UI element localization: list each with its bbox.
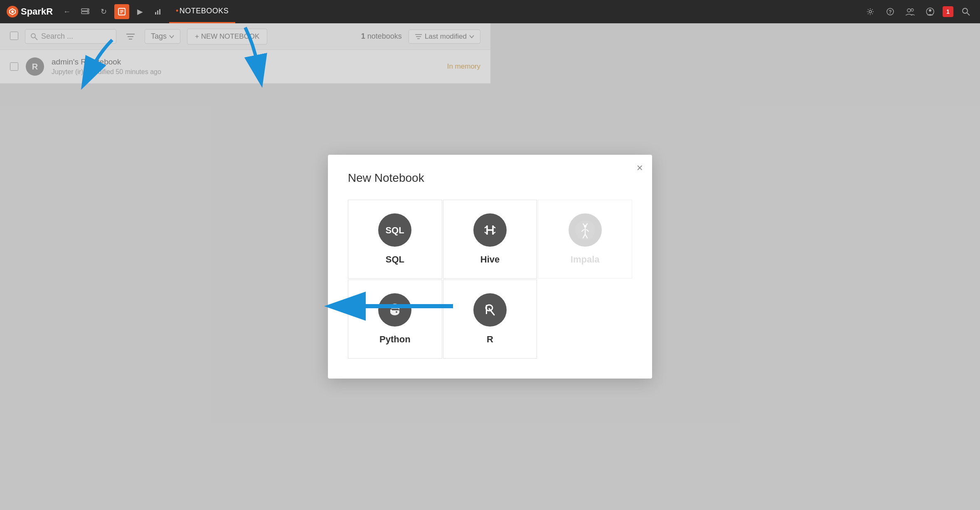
svg-point-17	[911, 9, 914, 11]
brand-icon	[7, 6, 18, 17]
top-nav: SparkR ← ↻ ▶ • NOTEBOOKS ? 1	[0, 0, 980, 23]
svg-line-21	[967, 13, 970, 15]
brand-name: SparkR	[21, 6, 53, 17]
modal-overlay: New Notebook × SQL SQL	[0, 23, 980, 510]
svg-point-5	[87, 12, 88, 13]
svg-point-19	[929, 9, 931, 12]
tab-dot: •	[176, 7, 179, 15]
modal-close-button[interactable]: ×	[637, 162, 643, 173]
python-label: Python	[379, 334, 411, 345]
nav-storage-btn[interactable]	[78, 4, 93, 19]
global-search-icon[interactable]	[958, 4, 973, 19]
nav-chart-btn[interactable]	[151, 4, 166, 19]
nav-right: ? 1	[863, 4, 973, 19]
close-icon: ×	[637, 161, 643, 174]
r-label: R	[487, 334, 493, 345]
hive-type-icon	[473, 213, 507, 247]
modal-title: New Notebook	[348, 171, 632, 185]
notification-count: 1	[946, 8, 950, 15]
notebook-type-r[interactable]: R	[443, 280, 537, 359]
main-area: Tags + NEW NOTEBOOK 1 notebooks Last mod…	[0, 23, 980, 510]
svg-rect-12	[159, 9, 160, 15]
team-icon[interactable]	[903, 4, 918, 19]
svg-text:?: ?	[889, 9, 891, 15]
svg-rect-10	[155, 12, 156, 15]
svg-point-13	[869, 10, 872, 13]
notebook-type-python[interactable]: Python	[348, 280, 442, 359]
impala-type-icon	[569, 213, 602, 247]
r-type-icon	[473, 293, 507, 327]
notebook-type-sql[interactable]: SQL SQL	[348, 200, 442, 279]
impala-label: Impala	[571, 254, 600, 265]
svg-point-16	[907, 9, 911, 12]
settings-icon[interactable]	[863, 4, 878, 19]
svg-rect-41	[486, 305, 487, 314]
notebook-types-grid: SQL SQL	[348, 200, 632, 359]
svg-point-35	[584, 225, 586, 228]
nav-play-btn[interactable]: ▶	[133, 4, 148, 19]
nav-back-btn[interactable]: ←	[59, 4, 74, 19]
nav-refresh-btn[interactable]: ↻	[96, 4, 111, 19]
help-icon[interactable]: ?	[883, 4, 898, 19]
user-avatar[interactable]	[923, 4, 938, 19]
app-brand: SparkR	[7, 6, 53, 17]
notebook-type-hive[interactable]: Hive	[443, 200, 537, 279]
svg-point-4	[87, 9, 88, 10]
hive-label: Hive	[480, 254, 500, 265]
nav-tab-notebooks[interactable]: • NOTEBOOKS	[169, 0, 235, 23]
svg-text:SQL: SQL	[386, 225, 404, 235]
svg-point-38	[396, 311, 397, 313]
notebook-type-impala: Impala	[538, 200, 632, 279]
notification-badge[interactable]: 1	[943, 6, 953, 17]
svg-point-37	[392, 306, 394, 308]
sql-type-icon: SQL	[378, 213, 411, 247]
new-notebook-modal: New Notebook × SQL SQL	[328, 155, 652, 379]
svg-rect-11	[157, 10, 158, 15]
tab-label: NOTEBOOKS	[180, 7, 229, 15]
python-type-icon	[378, 293, 411, 327]
svg-point-20	[963, 8, 968, 13]
svg-point-1	[11, 10, 14, 13]
svg-point-36	[385, 300, 405, 320]
nav-notebook-btn[interactable]	[114, 4, 129, 19]
sql-label: SQL	[386, 254, 404, 265]
